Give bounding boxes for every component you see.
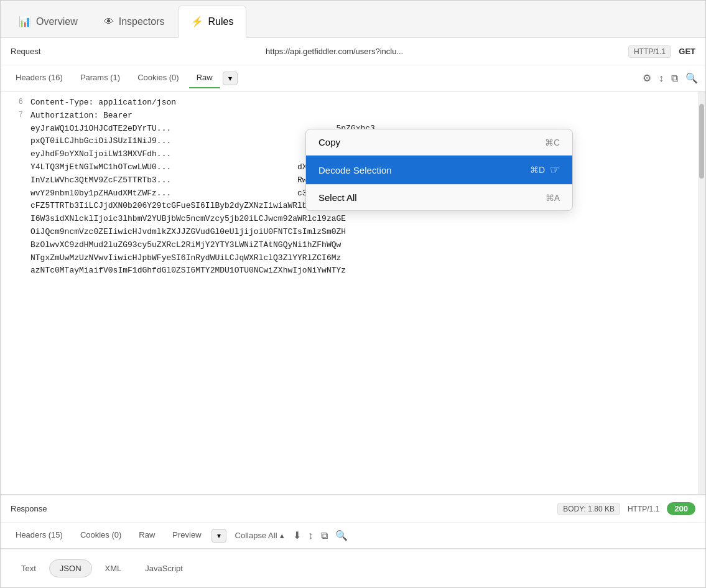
code-line-7: 7 Authorization: Bearer [1,110,705,123]
request-sub-tabs: Headers (16) Params (1) Cookies (0) Raw … [1,65,705,91]
copy-icon[interactable]: ⧉ [671,73,678,84]
format-tab-javascript[interactable]: JavaScript [134,559,193,577]
format-tabs: Text JSON XML JavaScript [1,549,705,587]
request-label: Request [11,47,40,56]
response-dropdown[interactable]: ▾ [211,529,226,543]
context-menu-decode[interactable]: Decode Selection ⌘D ☞ [306,156,572,184]
response-section: Response BODY: 1.80 KB HTTP/1.1 200 Head… [1,495,705,587]
tab-overview[interactable]: 📊 Overview [6,6,91,38]
context-menu: Copy ⌘C Decode Selection ⌘D ☞ Select All… [305,129,573,211]
inspectors-icon: 👁 [104,16,114,27]
overview-icon: 📊 [19,16,31,27]
tab-rules-label: Rules [208,16,234,27]
search-icon[interactable]: 🔍 [685,72,698,84]
status-badge: 200 [667,502,695,515]
tab-overview-label: Overview [36,16,78,27]
response-copy-icon[interactable]: ⧉ [321,530,328,541]
code-line-token12: azNTc0MTayMiaifV0sImF1dGhfdGl0ZSI6MTY2MD… [1,264,705,278]
sort-icon[interactable]: ↕ [659,73,664,84]
response-sub-tab-headers[interactable]: Headers (15) [8,525,70,546]
rules-icon: ⚡ [191,16,203,27]
tab-rules[interactable]: ⚡ Rules [178,6,247,38]
response-toolbar-icons: ⬇ ↕ ⧉ 🔍 [293,530,348,541]
collapse-chevron-up-icon: ▴ [280,531,284,540]
response-http-version: HTTP/1.1 [628,505,659,513]
decode-shortcut: ⌘D [530,165,545,175]
code-line-token10: BzOlwvXC9zdHMud2luZG93cy5uZXRcL2RiMjY2YT… [1,239,705,252]
app-container: 📊 Overview 👁 Inspectors ⚡ Rules Request … [0,0,706,588]
select-all-shortcut: ⌘A [546,193,560,203]
response-download-icon[interactable]: ⬇ [293,530,301,541]
code-area: 6 Content-Type: application/json 7 Autho… [1,91,705,495]
scrollbar-thumb[interactable] [699,104,704,179]
raw-dropdown[interactable]: ▾ [223,72,238,85]
response-sub-tab-cookies[interactable]: Cookies (0) [73,525,129,546]
request-toolbar-icons: ⚙ ↕ ⧉ 🔍 [643,72,698,84]
response-search-icon[interactable]: 🔍 [335,530,348,541]
response-sub-tab-raw[interactable]: Raw [131,525,162,546]
tab-inspectors-label: Inspectors [119,16,165,27]
response-bar: Response BODY: 1.80 KB HTTP/1.1 200 [1,495,705,523]
request-bar: Request https://api.getfiddler.com/users… [1,38,705,65]
code-line-token8: I6W3sidXNlcklIjoic3lhbmV2YUBjbWc5ncmVzcy… [1,213,705,226]
sub-tab-headers[interactable]: Headers (16) [8,68,70,88]
collapse-all-button[interactable]: Collapse All ▴ [229,528,290,543]
sub-tab-params[interactable]: Params (1) [73,68,128,88]
code-line-token11: NTgxZmUwMzUzNVwvIiwicHJpbWFyeSI6InRydWUi… [1,252,705,265]
top-tabs: 📊 Overview 👁 Inspectors ⚡ Rules [1,1,705,38]
copy-shortcut: ⌘C [545,138,560,147]
sub-tab-raw[interactable]: Raw [189,68,220,88]
format-tab-xml[interactable]: XML [95,559,132,577]
format-tab-text[interactable]: Text [11,559,47,577]
response-sub-tabs: Headers (15) Cookies (0) Raw Preview ▾ C… [1,523,705,549]
format-tab-json[interactable]: JSON [49,559,92,577]
cursor-icon: ☞ [550,163,560,177]
filter-icon[interactable]: ⚙ [643,72,651,84]
request-url: https://api.getfiddler.com/users?inclu..… [48,47,620,56]
chevron-down-icon: ▾ [228,74,232,83]
code-line-6: 6 Content-Type: application/json [1,96,705,110]
context-menu-select-all[interactable]: Select All ⌘A [306,185,572,210]
code-line-token9: OiJQcm9ncmVzc0ZEIiwicHJvdmlkZXJJZGVudGl0… [1,226,705,239]
response-meta: BODY: 1.80 KB HTTP/1.1 200 [557,502,695,515]
response-chevron-down-icon: ▾ [217,531,221,540]
response-sort-icon[interactable]: ↕ [309,530,314,541]
response-sub-tab-preview[interactable]: Preview [165,525,208,546]
request-protocol: HTTP/1.1 [628,45,671,58]
tab-inspectors[interactable]: 👁 Inspectors [91,6,178,38]
response-label: Response [11,504,47,513]
body-size: BODY: 1.80 KB [557,503,620,515]
scrollbar[interactable] [698,91,705,494]
sub-tab-cookies[interactable]: Cookies (0) [130,68,186,88]
request-method: GET [679,47,695,56]
context-menu-copy[interactable]: Copy ⌘C [306,129,572,155]
collapse-all-label: Collapse All [235,531,277,540]
decode-label: Decode Selection [318,165,392,175]
copy-label: Copy [318,137,340,147]
select-all-label: Select All [318,192,357,203]
